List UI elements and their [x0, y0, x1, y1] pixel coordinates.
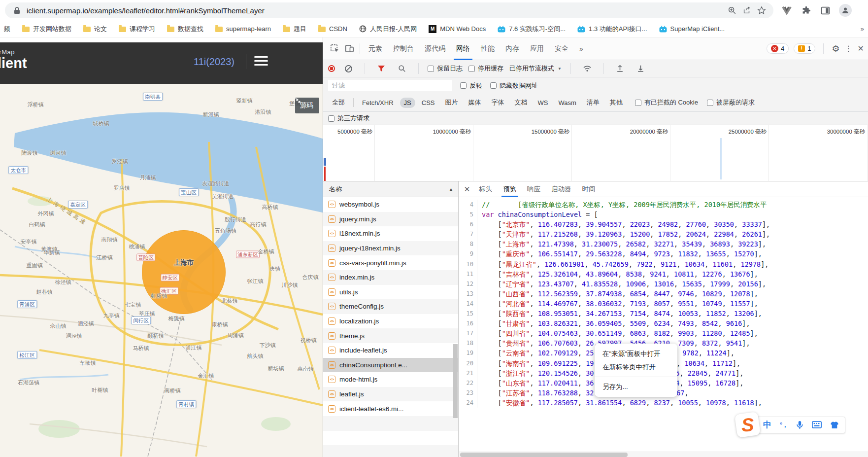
profile-avatar[interactable]: [839, 4, 852, 17]
inspect-element-icon[interactable]: [327, 41, 342, 56]
devtools-settings-gear-icon[interactable]: ⚙: [832, 43, 839, 54]
scroll-up-arrow-icon[interactable]: ▲: [449, 187, 453, 192]
devtools-tab[interactable]: 控制台: [388, 37, 419, 60]
invert-checkbox[interactable]: 反转: [460, 81, 482, 90]
import-har-icon[interactable]: [613, 61, 628, 76]
filter-chip[interactable]: 字体: [487, 97, 508, 108]
console-warnings-badge[interactable]: ! 1: [794, 43, 815, 54]
filter-input[interactable]: 过滤: [328, 80, 452, 91]
throttling-dropdown[interactable]: 已停用节流模式 ▼: [509, 64, 562, 73]
bookmark-item[interactable]: 题目: [283, 25, 306, 34]
filter-chip[interactable]: WS: [534, 98, 552, 108]
context-menu-item[interactable]: 在新标签页中打开: [595, 360, 677, 374]
request-row[interactable]: <>themeConfig.js: [323, 299, 458, 314]
share-icon[interactable]: [742, 5, 752, 15]
devtools-tab[interactable]: 网络: [451, 37, 475, 60]
close-preview-icon[interactable]: ✕: [461, 185, 473, 194]
bookmark-item[interactable]: 课程学习: [119, 25, 155, 34]
preserve-log-checkbox[interactable]: 保留日志: [428, 64, 463, 73]
request-row[interactable]: <>css-vars-ponyfill.min.js: [323, 255, 458, 270]
network-conditions-icon[interactable]: [580, 61, 595, 76]
leaflet-map[interactable]: 崇明县太仓市宝山区嘉定区青浦区闵行区松江区青村镇普陀区静安区徐汇区浦东新区上海市…: [0, 84, 323, 457]
preview-tab[interactable]: 时间: [577, 181, 601, 197]
record-network-log-icon[interactable]: [328, 65, 335, 72]
filter-chip[interactable]: 图片: [441, 97, 462, 108]
bookmark-item[interactable]: 数据查找: [167, 25, 203, 34]
ime-mic-icon[interactable]: [796, 421, 803, 429]
menu-hamburger-icon[interactable]: [254, 56, 268, 66]
extension-v-icon[interactable]: [781, 5, 792, 16]
name-column-header[interactable]: 名称 ▲: [323, 181, 458, 197]
preview-horizontal-scrollbar[interactable]: [459, 452, 868, 457]
bookmark-item[interactable]: 频: [4, 25, 10, 34]
export-har-icon[interactable]: [634, 61, 648, 76]
preview-tab[interactable]: 预览: [498, 181, 522, 197]
devtools-more-tabs[interactable]: »: [574, 37, 589, 60]
filter-chip[interactable]: 其他: [606, 97, 627, 108]
bookmark-star-icon[interactable]: [757, 5, 767, 15]
request-row[interactable]: <>leaflet.js: [323, 387, 458, 402]
sogou-logo-icon[interactable]: S: [734, 412, 761, 438]
request-row[interactable]: <>websymbol.js: [323, 197, 458, 212]
devtools-more-options-icon[interactable]: ⋮: [845, 44, 853, 53]
ime-chinese-mode-toggle[interactable]: 中: [763, 419, 771, 430]
ime-punctuation-toggle[interactable]: °，: [780, 421, 788, 429]
context-menu-item[interactable]: 在"来源"面板中打开: [595, 347, 677, 360]
network-overview-timeline[interactable]: 5000000 毫秒10000000 毫秒15000000 毫秒20000000…: [323, 125, 868, 181]
devtools-close-icon[interactable]: ✕: [858, 44, 864, 53]
preview-tab[interactable]: 启动器: [546, 181, 577, 197]
clear-network-log-icon[interactable]: [341, 61, 356, 76]
zoom-icon[interactable]: [727, 5, 737, 15]
preview-tab[interactable]: 标头: [473, 181, 498, 197]
filter-chip[interactable]: JS: [400, 98, 415, 108]
ime-skin-icon[interactable]: [830, 421, 839, 429]
bookmark-item[interactable]: 7.6 实践练习-空间...: [498, 25, 566, 34]
context-menu-item[interactable]: 另存为...: [595, 380, 677, 393]
filter-funnel-icon[interactable]: [374, 61, 389, 76]
filter-chip[interactable]: CSS: [418, 98, 439, 108]
request-row[interactable]: <>mode-html.js: [323, 372, 458, 387]
filter-chip[interactable]: 全部: [328, 97, 349, 108]
request-row[interactable]: <>jquery-i18next.min.js: [323, 241, 458, 256]
devtools-tab[interactable]: 性能: [475, 37, 500, 60]
filter-chip[interactable]: 文档: [510, 97, 531, 108]
request-row[interactable]: <>index.min.js: [323, 270, 458, 285]
ime-keyboard-icon[interactable]: [812, 421, 822, 428]
request-row[interactable]: <>i18next.min.js: [323, 226, 458, 241]
sidebar-panel-icon[interactable]: [820, 5, 831, 16]
bookmark-item[interactable]: 论文: [83, 25, 107, 34]
devtools-tab[interactable]: 元素: [363, 37, 388, 60]
bookmark-item[interactable]: MMDN Web Docs: [429, 25, 486, 33]
disable-cache-checkbox[interactable]: 停用缓存: [468, 64, 503, 73]
request-row[interactable]: <>utils.js: [323, 285, 458, 300]
devtools-tab[interactable]: 内存: [500, 37, 525, 60]
hide-data-urls-checkbox[interactable]: 隐藏数据网址: [490, 81, 538, 90]
filter-chip[interactable]: 媒体: [464, 97, 485, 108]
filter-chip[interactable]: 清单: [583, 97, 603, 108]
devtools-tab[interactable]: 应用: [525, 37, 549, 60]
bookmark-item[interactable]: 1.3 功能的API接口...: [577, 25, 647, 34]
device-toolbar-icon[interactable]: [342, 41, 357, 56]
bookmark-item[interactable]: 人民日报-人民网: [359, 25, 417, 34]
extensions-puzzle-icon[interactable]: [801, 5, 811, 16]
request-row[interactable]: <>iclient-leaflet-es6.mi...: [323, 401, 458, 416]
devtools-tab[interactable]: 安全: [549, 37, 574, 60]
request-row[interactable]: <>include-leaflet.js: [323, 343, 458, 358]
preview-tab[interactable]: 响应: [522, 181, 546, 197]
source-code-button[interactable]: 源码: [295, 98, 319, 113]
third-party-checkbox[interactable]: 第三方请求: [328, 114, 369, 123]
bookmark-item[interactable]: CSDN: [318, 25, 347, 33]
request-row[interactable]: <>chinaConsumptionLe...: [323, 358, 458, 373]
bookmarks-overflow-chevron[interactable]: »: [861, 25, 864, 33]
bookmark-item[interactable]: supermap-learn: [215, 25, 271, 33]
network-search-icon[interactable]: [395, 61, 409, 76]
request-row[interactable]: <>localization.js: [323, 314, 458, 329]
blocked-cookies-checkbox[interactable]: 有已拦截的 Cookie: [635, 98, 698, 107]
filter-chip[interactable]: Wasm: [554, 98, 580, 108]
bookmark-item[interactable]: SuperMap iClient...: [659, 25, 725, 33]
console-errors-badge[interactable]: ✕ 4: [767, 43, 789, 54]
request-row[interactable]: <>theme.js: [323, 328, 458, 343]
file-list-scrollbar[interactable]: [453, 344, 458, 418]
filter-chip[interactable]: Fetch/XHR: [358, 98, 398, 108]
request-row[interactable]: <>jquery.min.js: [323, 212, 458, 227]
